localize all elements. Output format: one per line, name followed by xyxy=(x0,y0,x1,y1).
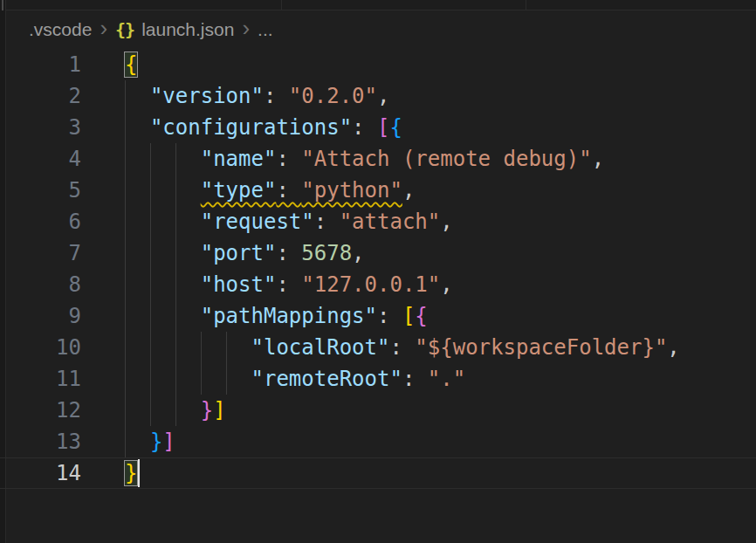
code-text: "type": "python", xyxy=(125,175,415,206)
code-text: { xyxy=(125,49,137,80)
code-token: "${workspaceFolder}" xyxy=(415,335,667,360)
line-number[interactable]: 2 xyxy=(0,80,81,112)
code-token: [ xyxy=(402,304,415,328)
code-token xyxy=(125,304,201,328)
code-line[interactable]: 1{ xyxy=(0,49,756,80)
code-token xyxy=(125,335,251,360)
line-number[interactable]: 9 xyxy=(0,300,81,332)
code-text: "configurations": [{ xyxy=(125,112,402,143)
code-line[interactable]: 9 "pathMappings": [{ xyxy=(0,300,756,332)
code-text: "host": "127.0.0.1", xyxy=(125,269,453,300)
code-token: : xyxy=(276,147,301,171)
code-token xyxy=(125,210,201,234)
code-text: "name": "Attach (remote debug)", xyxy=(125,143,604,175)
code-line[interactable]: 6 "request": "attach", xyxy=(0,206,756,237)
code-editor[interactable]: 1{2 "version": "0.2.0",3 "configurations… xyxy=(0,49,756,543)
code-line[interactable]: 5 "type": "python", xyxy=(0,175,756,206)
code-token xyxy=(125,398,201,423)
code-token: : xyxy=(264,84,289,108)
chevron-right-icon: › xyxy=(100,17,107,39)
line-number[interactable]: 11 xyxy=(0,363,81,395)
code-token: , xyxy=(667,335,679,360)
code-token: { xyxy=(389,115,402,140)
code-line[interactable]: 3 "configurations": [{ xyxy=(0,112,756,143)
warning-squiggle: "type": "python" xyxy=(201,178,402,203)
code-line[interactable]: 7 "port": 5678, xyxy=(0,237,756,269)
line-number[interactable]: 7 xyxy=(0,237,81,269)
line-number[interactable]: 6 xyxy=(0,206,81,237)
code-token: "remoteRoot" xyxy=(251,367,402,391)
code-token: 5678 xyxy=(301,241,352,265)
code-line[interactable]: 4 "name": "Attach (remote debug)", xyxy=(0,143,756,175)
code-text: "pathMappings": [{ xyxy=(125,300,428,332)
code-token xyxy=(125,178,201,203)
line-number[interactable]: 5 xyxy=(0,175,81,206)
code-token: "version" xyxy=(150,84,264,108)
code-token: : xyxy=(352,115,377,140)
code-text: "port": 5678, xyxy=(125,237,365,269)
line-number[interactable]: 14 xyxy=(0,457,81,489)
code-line[interactable]: 14} xyxy=(0,457,756,489)
bracket-match: { xyxy=(125,52,137,77)
code-token: , xyxy=(440,210,452,234)
line-number[interactable]: 13 xyxy=(0,426,81,457)
code-token: , xyxy=(377,84,389,108)
code-line[interactable]: 11 "remoteRoot": "." xyxy=(0,363,756,395)
code-line[interactable]: 13 }] xyxy=(0,426,756,457)
code-token: } xyxy=(150,430,162,454)
code-line[interactable]: 8 "host": "127.0.0.1", xyxy=(0,269,756,300)
code-token: "127.0.0.1" xyxy=(301,272,440,297)
line-number[interactable]: 12 xyxy=(0,395,81,426)
code-token: : xyxy=(276,178,301,203)
code-token: [ xyxy=(377,115,389,140)
breadcrumb-file[interactable]: launch.json xyxy=(141,19,234,40)
code-token: : xyxy=(276,272,301,297)
code-token: "configurations" xyxy=(150,115,352,140)
line-number[interactable]: 3 xyxy=(0,112,81,143)
code-token: , xyxy=(352,241,364,265)
chevron-right-icon: › xyxy=(242,17,250,39)
code-token: , xyxy=(440,272,452,297)
breadcrumb-folder[interactable]: .vscode xyxy=(29,19,92,40)
breadcrumb-symbol[interactable]: ... xyxy=(258,19,273,40)
code-token: } xyxy=(201,398,213,423)
code-text: "version": "0.2.0", xyxy=(125,80,389,112)
code-token: "0.2.0" xyxy=(289,84,377,108)
code-token: "name" xyxy=(201,147,277,171)
code-text: } xyxy=(125,457,137,489)
code-text: "remoteRoot": "." xyxy=(125,363,465,395)
code-token: "python" xyxy=(301,178,402,203)
code-line[interactable]: 2 "version": "0.2.0", xyxy=(0,80,756,112)
code-token xyxy=(125,272,201,297)
code-token: ] xyxy=(162,430,175,454)
code-text: }] xyxy=(125,395,226,426)
code-token: "host" xyxy=(201,272,277,297)
code-lines: 1{2 "version": "0.2.0",3 "configurations… xyxy=(0,49,756,489)
code-token: "type" xyxy=(201,178,277,203)
line-number[interactable]: 1 xyxy=(0,49,81,80)
code-token xyxy=(125,115,150,140)
code-token: "request" xyxy=(201,210,314,234)
code-token xyxy=(125,430,150,454)
bracket-match: } xyxy=(125,461,137,485)
code-text: "request": "attach", xyxy=(125,206,453,237)
code-token: , xyxy=(592,147,604,171)
code-token: "." xyxy=(428,367,465,391)
code-token: : xyxy=(314,210,340,234)
code-line[interactable]: 12 }] xyxy=(0,395,756,426)
code-token: : xyxy=(389,335,415,360)
line-number[interactable]: 8 xyxy=(0,269,81,300)
code-token: : xyxy=(377,304,402,328)
code-token: , xyxy=(402,178,415,203)
text-cursor xyxy=(138,459,140,487)
line-number[interactable]: 4 xyxy=(0,143,81,175)
tab-bar-edge xyxy=(6,0,756,10)
code-line[interactable]: 10 "localRoot": "${workspaceFolder}", xyxy=(0,332,756,363)
tab-separator xyxy=(281,0,282,10)
code-token: "attach" xyxy=(340,210,441,234)
breadcrumb: .vscode › {} launch.json › ... xyxy=(6,10,756,49)
line-number[interactable]: 10 xyxy=(0,332,81,363)
code-text: }] xyxy=(125,426,175,457)
code-token: "localRoot" xyxy=(251,335,390,360)
window-sash xyxy=(2,0,3,10)
